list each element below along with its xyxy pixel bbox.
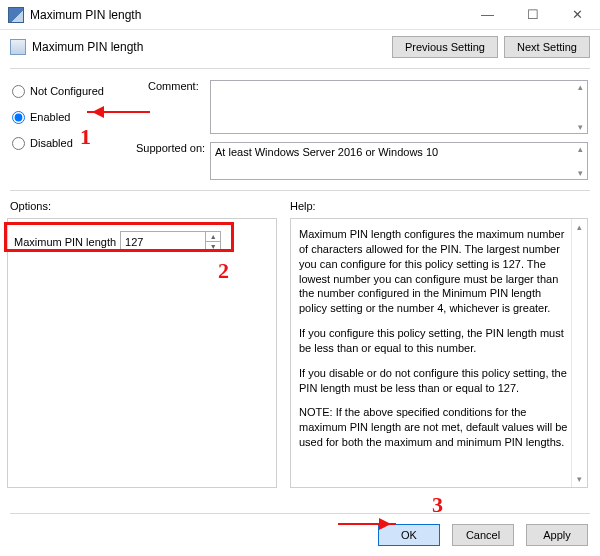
radio-enabled-label: Enabled (30, 111, 70, 123)
mid-divider (10, 190, 590, 191)
header-policy-icon (10, 39, 26, 55)
previous-setting-button[interactable]: Previous Setting (392, 36, 498, 58)
annotation-arrow-3 (338, 523, 396, 525)
comment-label: Comment: (148, 80, 199, 92)
dialog-buttons: OK Cancel Apply (372, 524, 588, 546)
window-title: Maximum PIN length (30, 8, 465, 22)
radio-not-configured-input[interactable] (12, 85, 25, 98)
apply-button[interactable]: Apply (526, 524, 588, 546)
maximize-button[interactable]: ☐ (510, 0, 555, 29)
comment-value (211, 81, 573, 133)
help-paragraph-1: Maximum PIN length configures the maximu… (299, 227, 569, 316)
supported-on-box: At least Windows Server 2016 or Windows … (210, 142, 588, 180)
policy-name: Maximum PIN length (32, 40, 386, 54)
annotation-number-3: 3 (432, 492, 443, 518)
divider (10, 68, 590, 69)
annotation-number-2: 2 (218, 258, 229, 284)
help-paragraph-2: If you configure this policy setting, th… (299, 326, 569, 356)
scroll-down-icon[interactable]: ▾ (572, 471, 587, 487)
header: Maximum PIN length Previous Setting Next… (0, 30, 600, 68)
comment-textarea[interactable]: ▴▾ (210, 80, 588, 134)
radio-enabled-input[interactable] (12, 111, 25, 124)
annotation-number-1: 1 (80, 124, 91, 150)
radio-disabled-label: Disabled (30, 137, 73, 149)
options-panel: Maximum PIN length ▲ ▼ (7, 218, 277, 488)
minimize-button[interactable]: — (465, 0, 510, 29)
radio-disabled[interactable]: Disabled (10, 132, 140, 154)
help-paragraph-3: If you disable or do not configure this … (299, 366, 569, 396)
bottom-divider (10, 513, 590, 514)
options-section-label: Options: (10, 200, 51, 212)
help-paragraph-4: NOTE: If the above specified conditions … (299, 405, 569, 450)
next-setting-button[interactable]: Next Setting (504, 36, 590, 58)
radio-enabled[interactable]: Enabled (10, 106, 140, 128)
radio-disabled-input[interactable] (12, 137, 25, 150)
annotation-arrow-1 (87, 111, 150, 113)
titlebar: Maximum PIN length — ☐ ✕ (0, 0, 600, 30)
supported-on-value: At least Windows Server 2016 or Windows … (211, 143, 573, 179)
state-radio-group: Not Configured Enabled Disabled (10, 80, 140, 158)
close-button[interactable]: ✕ (555, 0, 600, 29)
radio-not-configured-label: Not Configured (30, 85, 104, 97)
scroll-up-icon[interactable]: ▴ (572, 219, 587, 235)
help-section-label: Help: (290, 200, 316, 212)
annotation-box-2 (4, 222, 234, 252)
comment-scrollbar[interactable]: ▴▾ (573, 81, 587, 133)
supported-on-label: Supported on: (136, 142, 205, 154)
cancel-button[interactable]: Cancel (452, 524, 514, 546)
help-scrollbar[interactable]: ▴ ▾ (571, 219, 587, 487)
radio-not-configured[interactable]: Not Configured (10, 80, 140, 102)
policy-icon (8, 7, 24, 23)
help-panel[interactable]: Maximum PIN length configures the maximu… (290, 218, 588, 488)
supported-scrollbar[interactable]: ▴▾ (573, 143, 587, 179)
window-controls: — ☐ ✕ (465, 0, 600, 29)
